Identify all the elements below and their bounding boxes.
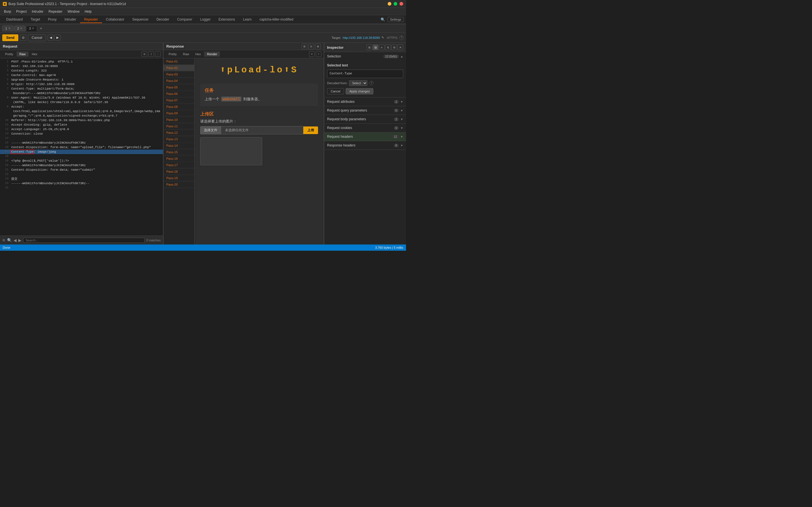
- minimize-btn[interactable]: [388, 2, 391, 6]
- tab-extensions[interactable]: Extensions: [214, 16, 239, 23]
- cancel-button[interactable]: Cancel: [327, 88, 344, 94]
- tab-proxy[interactable]: Proxy: [44, 16, 61, 23]
- pass-item-15[interactable]: Pass-15: [163, 149, 194, 156]
- inspector-settings-btn[interactable]: ⚙: [391, 45, 397, 50]
- tab-intruder[interactable]: Intruder: [61, 16, 80, 23]
- search-icon[interactable]: 🔍: [380, 17, 385, 22]
- pass-item-16[interactable]: Pass-16: [163, 156, 194, 162]
- inspector-close-btn[interactable]: ✕: [398, 45, 403, 50]
- settings-icon[interactable]: ⚙: [2, 238, 5, 242]
- selection-collapse-icon[interactable]: ▲: [400, 55, 403, 58]
- repeater-tab-2[interactable]: 2 ✕: [14, 25, 26, 31]
- pass-item-04[interactable]: Pass-04: [163, 78, 194, 84]
- nav-prev-icon[interactable]: ◀: [13, 238, 17, 242]
- request-attributes-arrow[interactable]: ▼: [400, 100, 403, 103]
- response-tab-render[interactable]: Render: [204, 52, 220, 57]
- view-icon-1[interactable]: ≡: [142, 51, 147, 57]
- resp-view-icon-a[interactable]: ≡: [309, 51, 315, 57]
- repeater-tab-3-close[interactable]: ✕: [32, 27, 34, 30]
- response-headers-arrow[interactable]: ▼: [400, 144, 403, 147]
- inspector-selection-header[interactable]: Selection 12 (0x0c) ▲: [324, 52, 406, 61]
- pass-item-19[interactable]: Pass-19: [163, 175, 194, 181]
- menu-window[interactable]: Window: [65, 9, 82, 14]
- tab-repeater[interactable]: Repeater: [80, 16, 102, 23]
- inspector-request-cookies-header[interactable]: Request cookies 0 ▼: [324, 124, 406, 132]
- pass-item-06[interactable]: Pass-06: [163, 91, 194, 97]
- help-icon[interactable]: ?: [399, 36, 404, 40]
- menu-help[interactable]: Help: [82, 9, 94, 14]
- pass-item-18[interactable]: Pass-18: [163, 168, 194, 175]
- repeater-tab-2-close[interactable]: ✕: [20, 27, 22, 30]
- pass-item-14[interactable]: Pass-14: [163, 143, 194, 149]
- pass-item-17[interactable]: Pass-17: [163, 162, 194, 168]
- search-toggle-icon[interactable]: 🔍: [7, 238, 12, 242]
- request-tab-hex[interactable]: Hex: [29, 52, 40, 57]
- tab-comparer[interactable]: Comparer: [173, 16, 196, 23]
- response-view-icon-3[interactable]: ⊠: [315, 44, 321, 49]
- response-view-icon-2[interactable]: ⊟: [308, 44, 314, 49]
- nav-forward-button[interactable]: ▶: [54, 35, 61, 41]
- pass-item-03[interactable]: Pass-03: [163, 71, 194, 78]
- request-query-arrow[interactable]: ▼: [400, 109, 403, 112]
- decoded-from-select[interactable]: Select: [349, 80, 367, 86]
- repeater-tab-1-close[interactable]: ✕: [8, 27, 10, 30]
- add-repeater-tab-btn[interactable]: +: [38, 25, 44, 32]
- resp-view-icon-b[interactable]: ⌇: [316, 51, 321, 57]
- inspector-request-body-header[interactable]: Request body parameters 2 ▼: [324, 115, 406, 123]
- inspector-view-btn-align[interactable]: ≡: [379, 45, 385, 50]
- close-btn[interactable]: [400, 2, 403, 6]
- choose-file-button[interactable]: 选择文件: [200, 126, 221, 134]
- gear-icon[interactable]: ⚙: [20, 35, 26, 41]
- apply-changes-button[interactable]: Apply changes: [346, 88, 373, 94]
- tab-learn[interactable]: Learn: [239, 16, 256, 23]
- inspector-request-query-header[interactable]: Request query parameters 0 ▼: [324, 106, 406, 115]
- repeater-tab-3[interactable]: 3 ✕: [26, 25, 37, 31]
- upload-button[interactable]: 上传: [303, 126, 318, 134]
- inspector-view-btn-2[interactable]: ⊟: [373, 45, 378, 50]
- send-button[interactable]: Send: [2, 34, 18, 41]
- response-view-icon-1[interactable]: ⊞: [302, 44, 307, 49]
- inspector-request-attributes-header[interactable]: Request attributes 2 ▼: [324, 98, 406, 106]
- pass-item-02[interactable]: Pass-02: [163, 65, 194, 71]
- decoded-info-icon[interactable]: ?: [369, 81, 373, 86]
- nav-next-icon[interactable]: ▶: [18, 238, 21, 242]
- pass-item-10[interactable]: Pass-10: [163, 117, 194, 123]
- tab-decoder[interactable]: Decoder: [153, 16, 173, 23]
- pass-item-07[interactable]: Pass-07: [163, 97, 194, 104]
- inspector-view-btn-1[interactable]: ⊞: [366, 45, 372, 50]
- view-icon-2[interactable]: ⌇: [148, 51, 154, 57]
- selected-text-value[interactable]: Content-Type: [327, 69, 403, 78]
- tab-dashboard[interactable]: Dashboard: [2, 16, 27, 23]
- request-headers-arrow[interactable]: ▼: [400, 135, 403, 138]
- pencil-icon[interactable]: ✎: [382, 36, 384, 40]
- pass-item-05[interactable]: Pass-05: [163, 84, 194, 91]
- pass-item-09[interactable]: Pass-09: [163, 110, 194, 117]
- inspector-response-headers-header[interactable]: Response headers 6 ▼: [324, 141, 406, 150]
- request-tab-raw[interactable]: Raw: [17, 52, 29, 57]
- cancel-button[interactable]: Cancel: [28, 34, 46, 41]
- pass-item-13[interactable]: Pass-13: [163, 136, 194, 143]
- menu-repeater[interactable]: Repeater: [46, 9, 64, 14]
- tab-logger[interactable]: Logger: [196, 16, 214, 23]
- view-icon-3[interactable]: ⋮: [155, 51, 161, 57]
- menu-intruder[interactable]: Intruder: [30, 9, 46, 14]
- pass-item-01[interactable]: Pass-01: [163, 58, 194, 65]
- pass-item-08[interactable]: Pass-08: [163, 104, 194, 110]
- response-tab-hex[interactable]: Hex: [193, 52, 204, 57]
- pass-item-20[interactable]: Pass-20: [163, 181, 194, 188]
- settings-btn[interactable]: Settings: [388, 17, 404, 22]
- request-tab-pretty[interactable]: Pretty: [2, 52, 16, 57]
- inspector-view-btn-collapse[interactable]: ⇅: [385, 45, 391, 50]
- search-input[interactable]: [23, 238, 145, 243]
- response-tab-pretty[interactable]: Pretty: [166, 52, 180, 57]
- menu-project[interactable]: Project: [14, 9, 29, 14]
- maximize-btn[interactable]: [394, 2, 397, 6]
- menu-burp[interactable]: Burp: [2, 9, 13, 14]
- tab-sequencer[interactable]: Sequencer: [128, 16, 153, 23]
- request-code-area[interactable]: 1 POST /Pass-02/index.php HTTP/1.1 2 Hos…: [0, 58, 163, 235]
- request-body-arrow[interactable]: ▼: [400, 118, 403, 121]
- response-tab-raw[interactable]: Raw: [180, 52, 192, 57]
- tab-captcha[interactable]: captcha-killer-modified: [255, 16, 297, 23]
- tab-target[interactable]: Target: [27, 16, 44, 23]
- inspector-request-headers-header[interactable]: Request headers 12 ▼: [324, 132, 406, 141]
